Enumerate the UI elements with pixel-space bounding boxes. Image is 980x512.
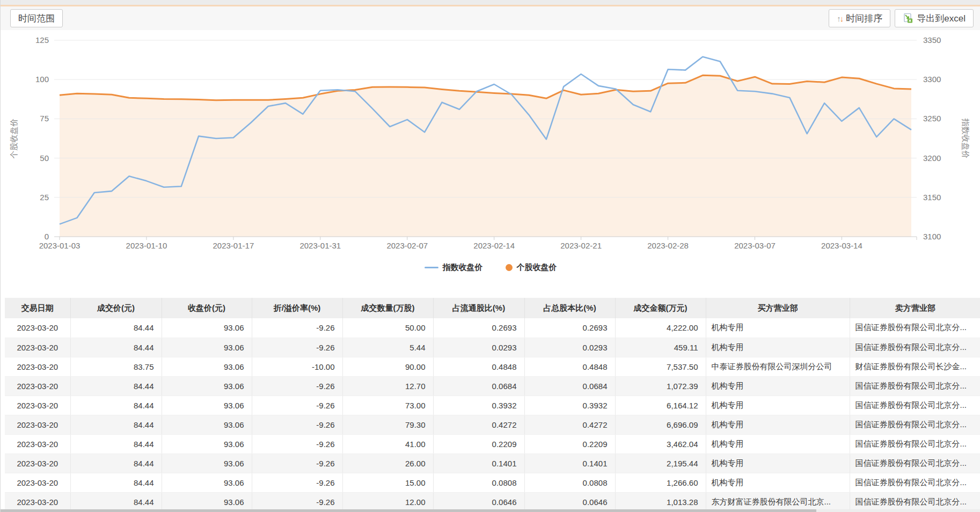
toolbar-right-group: ↑↓ 时间排序 导出到excel	[829, 9, 974, 27]
col-header-5: 占流通股比(%)	[433, 298, 524, 318]
cell-r6-c1: 84.44	[70, 434, 162, 454]
cell-r8-c3: -9.26	[252, 473, 342, 492]
trade-table-wrap: 交易日期成交价(元)收盘价(元)折/溢价率(%)成交数量(万股)占流通股比(%)…	[5, 298, 980, 509]
cell-r1-c8: 机构专用	[706, 338, 850, 357]
col-header-4: 成交数量(万股)	[342, 298, 433, 318]
cell-r9-c0: 2023-03-20	[5, 492, 70, 509]
brokerage-trade-panel: 时间范围 ↑↓ 时间排序 导出到excel 1253350100330	[0, 0, 980, 512]
cell-r8-c2: 93.06	[162, 473, 252, 492]
cell-r6-c3: -9.26	[252, 434, 342, 454]
cell-r4-c4: 73.00	[342, 396, 433, 415]
cell-r9-c5: 0.0646	[433, 492, 524, 509]
cell-r2-c0: 2023-03-20	[5, 357, 70, 376]
cell-r1-c3: -9.26	[252, 338, 342, 357]
cell-r7-c5: 0.1401	[433, 454, 524, 473]
table-row: 2023-03-2084.4493.06-9.2612.000.06460.06…	[5, 492, 980, 509]
cell-r5-c4: 79.30	[342, 415, 433, 434]
cell-r8-c5: 0.0808	[433, 473, 524, 492]
svg-text:3300: 3300	[923, 75, 941, 84]
svg-text:0: 0	[45, 232, 49, 241]
svg-text:100: 100	[35, 75, 49, 84]
cell-r6-c6: 0.2209	[524, 434, 615, 454]
legend-label: 个股收盘价	[517, 262, 557, 273]
cell-r8-c9: 国信证券股份有限公司北京分...	[850, 473, 980, 492]
cell-r4-c0: 2023-03-20	[5, 396, 70, 415]
cell-r3-c0: 2023-03-20	[5, 376, 70, 396]
svg-text:3350: 3350	[923, 35, 941, 45]
table-row: 2023-03-2084.4493.06-9.2679.300.42720.42…	[5, 415, 980, 434]
cell-r1-c2: 93.06	[162, 338, 252, 357]
cell-r0-c8: 机构专用	[706, 318, 850, 338]
excel-icon	[903, 13, 913, 24]
cell-r9-c8: 东方财富证券股份有限公司北京...	[706, 492, 850, 509]
cell-r6-c9: 国信证券股份有限公司北京分...	[850, 434, 980, 454]
time-sort-button[interactable]: ↑↓ 时间排序	[829, 9, 890, 27]
cell-r7-c3: -9.26	[252, 454, 342, 473]
cell-r2-c2: 93.06	[162, 357, 252, 376]
cell-r8-c6: 0.0808	[524, 473, 615, 492]
cell-r7-c1: 84.44	[70, 454, 162, 473]
col-header-7: 成交金额(万元)	[615, 298, 706, 318]
cell-r9-c4: 12.00	[342, 492, 433, 509]
cell-r9-c2: 93.06	[162, 492, 252, 509]
cell-r6-c0: 2023-03-20	[5, 434, 70, 454]
table-row: 2023-03-2084.4493.06-9.2612.700.06840.06…	[5, 376, 980, 396]
cell-r0-c2: 93.06	[162, 318, 252, 338]
cell-r5-c0: 2023-03-20	[5, 415, 70, 434]
cell-r1-c9: 国信证券股份有限公司北京分...	[850, 338, 980, 357]
cell-r9-c7: 1,013.28	[615, 492, 706, 509]
cell-r3-c4: 12.70	[342, 376, 433, 396]
cell-r4-c6: 0.3932	[524, 396, 615, 415]
cell-r0-c5: 0.2693	[433, 318, 524, 338]
cell-r5-c8: 机构专用	[706, 415, 850, 434]
cell-r1-c5: 0.0293	[433, 338, 524, 357]
legend-dot-swatch	[506, 264, 513, 271]
svg-text:75: 75	[40, 114, 49, 123]
price-chart: 1253350100330075325050320025315003100202…	[1, 30, 980, 260]
export-excel-button[interactable]: 导出到excel	[895, 9, 974, 27]
cell-r1-c6: 0.0293	[524, 338, 615, 357]
cell-r7-c9: 国信证券股份有限公司北京分...	[850, 454, 980, 473]
svg-text:2023-01-10: 2023-01-10	[126, 241, 167, 250]
cell-r5-c9: 国信证券股份有限公司北京分...	[850, 415, 980, 434]
cell-r4-c7: 6,164.12	[615, 396, 706, 415]
cell-r2-c6: 0.4848	[524, 357, 615, 376]
cell-r0-c7: 4,222.00	[615, 318, 706, 338]
svg-text:3200: 3200	[923, 153, 941, 163]
time-range-button[interactable]: 时间范围	[10, 9, 63, 27]
cell-r0-c9: 国信证券股份有限公司北京分...	[850, 318, 980, 338]
cell-r1-c4: 5.44	[342, 338, 433, 357]
cell-r6-c2: 93.06	[162, 434, 252, 454]
cell-r3-c8: 机构专用	[706, 376, 850, 396]
cell-r5-c2: 93.06	[162, 415, 252, 434]
time-sort-label: 时间排序	[846, 12, 882, 25]
cell-r4-c2: 93.06	[162, 396, 252, 415]
svg-text:50: 50	[40, 153, 49, 163]
cell-r8-c8: 机构专用	[706, 473, 850, 492]
cell-r4-c8: 机构专用	[706, 396, 850, 415]
cell-r4-c5: 0.3932	[433, 396, 524, 415]
cell-r7-c4: 26.00	[342, 454, 433, 473]
table-header-row: 交易日期成交价(元)收盘价(元)折/溢价率(%)成交数量(万股)占流通股比(%)…	[5, 298, 980, 318]
svg-text:25: 25	[40, 193, 49, 202]
cell-r9-c6: 0.0646	[524, 492, 615, 509]
legend-line-swatch	[425, 267, 438, 268]
svg-text:3150: 3150	[923, 193, 941, 202]
horizontal-scrollbar-thumb[interactable]	[1, 509, 816, 512]
legend-item-stock-close[interactable]: 个股收盘价	[506, 262, 557, 273]
col-header-3: 折/溢价率(%)	[252, 298, 342, 318]
horizontal-scrollbar[interactable]	[1, 509, 980, 512]
col-header-1: 成交价(元)	[70, 298, 162, 318]
cell-r1-c1: 84.44	[70, 338, 162, 357]
cell-r3-c7: 1,072.39	[615, 376, 706, 396]
cell-r2-c5: 0.4848	[433, 357, 524, 376]
toolbar: 时间范围 ↑↓ 时间排序 导出到excel	[1, 6, 980, 30]
cell-r3-c2: 93.06	[162, 376, 252, 396]
right-axis-name: 指数收盘价	[961, 119, 970, 159]
cell-r1-c7: 459.11	[615, 338, 706, 357]
cell-r5-c1: 84.44	[70, 415, 162, 434]
svg-text:125: 125	[35, 35, 49, 45]
legend-item-index-close[interactable]: 指数收盘价	[425, 262, 483, 273]
table-row: 2023-03-2084.4493.06-9.2650.000.26930.26…	[5, 318, 980, 338]
cell-r6-c4: 41.00	[342, 434, 433, 454]
